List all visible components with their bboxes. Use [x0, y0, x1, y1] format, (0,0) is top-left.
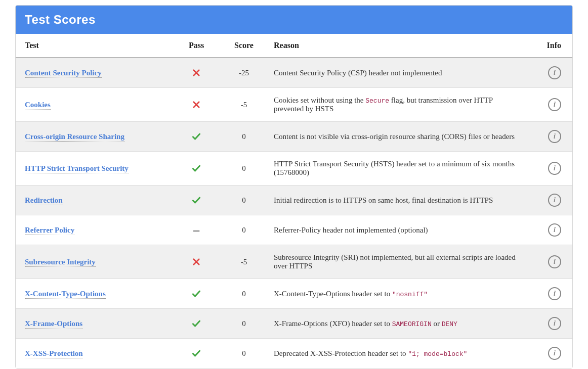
x-icon: [192, 100, 201, 108]
score-cell: 0: [220, 309, 268, 339]
score-cell: -5: [220, 245, 268, 279]
reason-cell: X-Content-Type-Options header set to "no…: [268, 279, 525, 309]
info-icon[interactable]: i: [548, 347, 561, 360]
info-icon[interactable]: i: [548, 223, 561, 237]
reason-cell: Referrer-Policy header not implemented (…: [268, 215, 525, 245]
score-cell: 0: [220, 152, 268, 186]
reason-code: "1; mode=block": [408, 350, 467, 358]
col-header-pass: Pass: [173, 34, 220, 58]
test-scores-table: Test Pass Score Reason Info Content Secu…: [16, 34, 572, 368]
test-link[interactable]: X-Content-Type-Options: [25, 290, 106, 299]
info-icon[interactable]: i: [548, 194, 561, 207]
check-icon: [191, 195, 201, 203]
info-icon[interactable]: i: [548, 66, 561, 79]
info-icon[interactable]: i: [548, 255, 561, 268]
reason-code: Secure: [365, 97, 389, 105]
reason-text: or: [432, 319, 442, 328]
test-scores-panel: Test Scores Test Pass Score Reason Info …: [15, 5, 573, 368]
reason-text: Referrer-Policy header not implemented (…: [274, 226, 428, 234]
reason-code: DENY: [442, 320, 457, 328]
reason-text: Deprecated X-XSS-Protection header set t…: [274, 349, 408, 357]
reason-cell: Subresource Integrity (SRI) not implemen…: [268, 245, 525, 279]
test-link[interactable]: X-XSS-Protection: [25, 349, 83, 358]
col-header-test: Test: [16, 34, 173, 58]
reason-cell: Initial redirection is to HTTPS on same …: [268, 186, 525, 215]
reason-text: Initial redirection is to HTTPS on same …: [274, 196, 493, 204]
test-link[interactable]: Subresource Integrity: [25, 258, 96, 267]
reason-cell: Cookies set without using the Secure fla…: [268, 88, 525, 122]
pass-cell: [173, 309, 220, 339]
table-row: X-Frame-Options0X-Frame-Options (XFO) he…: [16, 309, 572, 339]
reason-cell: Content Security Policy (CSP) header not…: [268, 58, 525, 88]
info-icon[interactable]: i: [548, 317, 561, 330]
col-header-info: Info: [525, 34, 572, 58]
reason-text: Subresource Integrity (SRI) not implemen…: [274, 253, 516, 270]
reason-text: X-Frame-Options (XFO) header set to: [274, 319, 392, 328]
test-link[interactable]: Cookies: [25, 101, 51, 110]
score-cell: 0: [220, 215, 268, 245]
info-icon[interactable]: i: [548, 98, 561, 111]
pass-cell: [173, 245, 220, 279]
test-link[interactable]: Cross-origin Resource Sharing: [25, 132, 124, 142]
x-icon: [192, 257, 201, 265]
score-cell: 0: [220, 339, 268, 368]
panel-title: Test Scores: [16, 6, 572, 34]
reason-cell: X-Frame-Options (XFO) header set to SAME…: [268, 309, 525, 339]
reason-cell: Content is not visible via cross-origin …: [268, 122, 525, 152]
table-row: Cookies-5Cookies set without using the S…: [16, 88, 572, 122]
test-link[interactable]: HTTP Strict Transport Security: [25, 164, 129, 173]
pass-cell: [173, 122, 220, 152]
reason-text: Content Security Policy (CSP) header not…: [274, 69, 442, 77]
table-row: Referrer Policy0Referrer-Policy header n…: [16, 215, 572, 245]
pass-cell: [173, 186, 220, 215]
reason-cell: HTTP Strict Transport Security (HSTS) he…: [268, 152, 525, 186]
test-link[interactable]: X-Frame-Options: [25, 319, 82, 329]
table-row: X-Content-Type-Options0X-Content-Type-Op…: [16, 279, 572, 309]
pass-cell: [173, 152, 220, 186]
pass-cell: [173, 58, 220, 88]
table-row: HTTP Strict Transport Security0HTTP Stri…: [16, 152, 572, 186]
reason-text: Content is not visible via cross-origin …: [274, 132, 515, 141]
table-row: Content Security Policy-25Content Securi…: [16, 58, 572, 88]
test-link[interactable]: Referrer Policy: [25, 226, 74, 235]
reason-text: HTTP Strict Transport Security (HSTS) he…: [274, 160, 515, 176]
pass-cell: [173, 88, 220, 122]
pass-cell: [173, 279, 220, 309]
check-icon: [191, 131, 201, 140]
check-icon: [191, 289, 201, 297]
pass-cell: [173, 215, 220, 245]
reason-text: Cookies set without using the: [274, 96, 365, 104]
check-icon: [191, 318, 201, 327]
score-cell: 0: [220, 122, 268, 152]
info-icon[interactable]: i: [548, 162, 561, 175]
reason-code: "nosniff": [392, 291, 428, 298]
reason-text: X-Content-Type-Options header set to: [274, 290, 392, 298]
pass-cell: [173, 339, 220, 368]
col-header-reason: Reason: [268, 34, 525, 58]
dash-icon: [192, 224, 201, 236]
table-row: X-XSS-Protection0Deprecated X-XSS-Protec…: [16, 339, 572, 368]
info-icon[interactable]: i: [548, 287, 561, 300]
info-icon[interactable]: i: [548, 130, 561, 143]
table-row: Cross-origin Resource Sharing0Content is…: [16, 122, 572, 152]
table-row: Subresource Integrity-5Subresource Integ…: [16, 245, 572, 279]
score-cell: 0: [220, 279, 268, 309]
reason-cell: Deprecated X-XSS-Protection header set t…: [268, 339, 525, 368]
score-cell: -25: [220, 58, 268, 88]
x-icon: [192, 68, 201, 76]
test-link[interactable]: Redirection: [25, 196, 63, 205]
col-header-score: Score: [220, 34, 268, 58]
check-icon: [191, 163, 201, 171]
check-icon: [191, 348, 201, 356]
score-cell: -5: [220, 88, 268, 122]
table-row: Redirection0Initial redirection is to HT…: [16, 186, 572, 215]
reason-code: SAMEORIGIN: [392, 320, 432, 328]
score-cell: 0: [220, 186, 268, 215]
test-link[interactable]: Content Security Policy: [25, 69, 102, 78]
